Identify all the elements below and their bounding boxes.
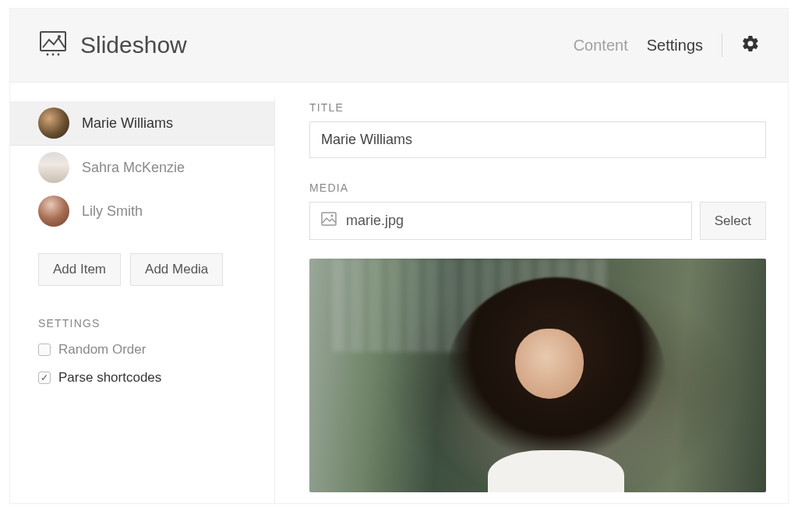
svg-point-3 bbox=[52, 54, 55, 56]
media-preview bbox=[309, 259, 766, 492]
media-filename: marie.jpg bbox=[346, 213, 404, 229]
tab-settings[interactable]: Settings bbox=[647, 37, 703, 55]
page-title: Slideshow bbox=[80, 32, 187, 58]
tab-content[interactable]: Content bbox=[574, 37, 628, 55]
sidebar: Marie Williams Sahra McKenzie Lily Smith… bbox=[10, 98, 275, 503]
add-item-button[interactable]: Add Item bbox=[38, 253, 121, 286]
header-tabs: Content Settings bbox=[574, 33, 760, 57]
svg-rect-0 bbox=[41, 32, 65, 51]
media-label: MEDIA bbox=[309, 181, 766, 194]
image-icon bbox=[321, 212, 337, 230]
list-item[interactable]: Lily Smith bbox=[10, 189, 274, 233]
select-media-button[interactable]: Select bbox=[700, 202, 766, 240]
add-media-button[interactable]: Add Media bbox=[130, 253, 223, 286]
divider bbox=[722, 33, 722, 57]
list-item-label: Lily Smith bbox=[82, 203, 143, 220]
option-parse-shortcodes[interactable]: ✓ Parse shortcodes bbox=[38, 370, 259, 386]
avatar bbox=[38, 107, 69, 139]
checkbox-icon[interactable]: ✓ bbox=[38, 372, 51, 384]
slideshow-icon bbox=[38, 29, 68, 62]
svg-rect-5 bbox=[322, 213, 336, 225]
main-pane: TITLE MEDIA bbox=[275, 98, 788, 503]
list-item[interactable]: Marie Williams bbox=[10, 101, 274, 146]
media-field[interactable]: marie.jpg bbox=[309, 202, 692, 240]
svg-point-2 bbox=[47, 54, 49, 56]
header-left: Slideshow bbox=[38, 29, 187, 62]
list-item[interactable]: Sahra McKenzie bbox=[10, 146, 274, 189]
settings-heading: SETTINGS bbox=[38, 317, 259, 329]
sidebar-buttons: Add Item Add Media bbox=[38, 253, 259, 286]
avatar bbox=[38, 196, 69, 227]
svg-point-4 bbox=[58, 54, 60, 56]
title-label: TITLE bbox=[309, 101, 766, 114]
option-label: Random Order bbox=[58, 342, 146, 358]
avatar bbox=[38, 152, 69, 183]
option-random-order[interactable]: Random Order bbox=[38, 342, 259, 358]
list-item-label: Marie Williams bbox=[82, 115, 173, 132]
svg-point-1 bbox=[58, 35, 61, 38]
svg-point-6 bbox=[331, 215, 334, 217]
gear-icon[interactable] bbox=[741, 34, 760, 57]
title-input[interactable] bbox=[309, 122, 766, 158]
list-item-label: Sahra McKenzie bbox=[82, 160, 185, 176]
checkbox-icon[interactable] bbox=[38, 344, 51, 356]
header: Slideshow Content Settings bbox=[10, 9, 788, 83]
option-label: Parse shortcodes bbox=[58, 370, 161, 386]
item-list: Marie Williams Sahra McKenzie Lily Smith bbox=[10, 101, 274, 236]
